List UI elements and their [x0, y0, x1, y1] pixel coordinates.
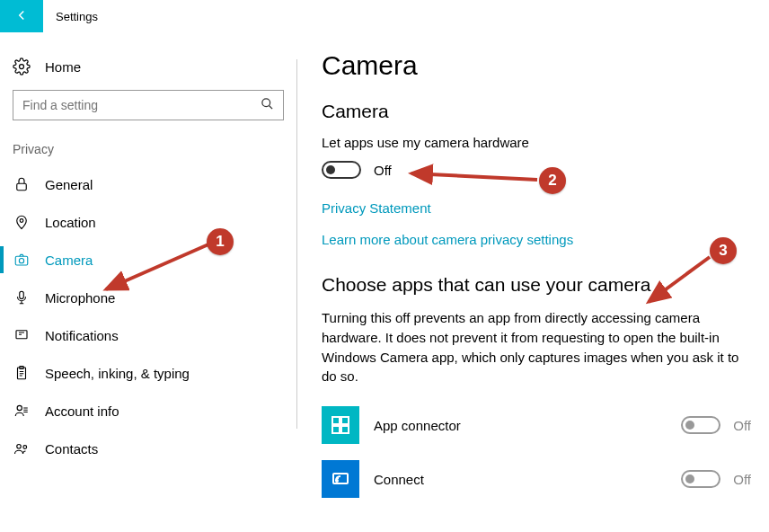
annotation-badge-1: 1 — [207, 228, 234, 255]
svg-line-19 — [106, 244, 208, 289]
svg-line-21 — [649, 257, 710, 302]
annotation-badge-2: 2 — [539, 167, 566, 194]
annotation-arrows — [0, 0, 769, 532]
svg-line-20 — [411, 173, 537, 180]
annotation-badge-3: 3 — [710, 237, 737, 264]
